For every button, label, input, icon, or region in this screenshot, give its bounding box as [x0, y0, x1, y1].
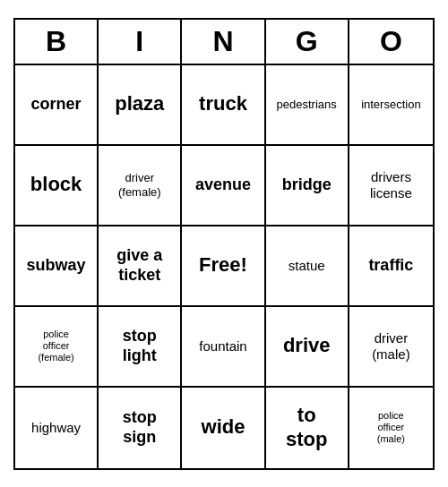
bingo-cell-23: tostop [266, 388, 349, 468]
bingo-cell-24: policeofficer(male) [349, 388, 433, 468]
bingo-cell-text-16: stoplight [123, 327, 157, 365]
bingo-cell-text-23: tostop [286, 404, 327, 451]
header-letter-o: O [349, 20, 433, 64]
header-letter-b: B [15, 20, 99, 64]
bingo-cell-text-18: drive [283, 334, 331, 357]
bingo-cell-1: plaza [99, 65, 182, 146]
bingo-card: BINGO cornerplazatruckpedestriansinterse… [13, 18, 435, 470]
bingo-cell-text-22: wide [202, 415, 246, 439]
header-letter-n: N [182, 20, 265, 64]
bingo-cell-text-24: policeofficer(male) [377, 410, 405, 446]
bingo-cell-text-10: subway [27, 256, 86, 276]
bingo-cell-6: driver(female) [99, 146, 182, 226]
bingo-cell-15: policeofficer(female) [15, 307, 99, 388]
bingo-cell-text-4: intersection [361, 98, 420, 112]
bingo-cell-text-8: bridge [282, 175, 332, 195]
bingo-cell-text-5: block [30, 173, 82, 196]
bingo-cell-0: corner [15, 65, 99, 146]
bingo-cell-text-9: driverslicense [370, 169, 412, 201]
bingo-header: BINGO [15, 20, 433, 65]
bingo-cell-12: Free! [182, 226, 265, 307]
header-letter-i: I [99, 20, 182, 64]
bingo-cell-text-6: driver(female) [118, 171, 161, 199]
bingo-cell-text-17: fountain [199, 338, 246, 355]
bingo-cell-21: stopsign [99, 388, 182, 468]
bingo-cell-text-12: Free! [199, 253, 247, 277]
bingo-cell-3: pedestrians [266, 65, 349, 146]
bingo-cell-text-1: plaza [115, 92, 164, 115]
bingo-cell-14: traffic [349, 226, 433, 307]
bingo-cell-text-2: truck [199, 92, 247, 115]
bingo-cell-text-7: avenue [195, 175, 251, 195]
bingo-cell-20: highway [15, 388, 99, 468]
bingo-cell-13: statue [266, 226, 349, 307]
header-letter-g: G [266, 20, 349, 64]
bingo-cell-16: stoplight [99, 307, 182, 388]
bingo-cell-7: avenue [182, 146, 265, 226]
bingo-cell-8: bridge [266, 146, 349, 226]
bingo-cell-2: truck [182, 65, 265, 146]
bingo-cell-text-14: traffic [368, 256, 413, 276]
bingo-cell-text-11: give aticket [116, 246, 162, 285]
bingo-cell-18: drive [266, 307, 349, 388]
bingo-cell-text-20: highway [31, 420, 81, 436]
bingo-cell-text-3: pedestrians [277, 98, 337, 112]
bingo-cell-text-21: stopsign [123, 408, 157, 447]
bingo-cell-5: block [15, 146, 99, 226]
bingo-cell-11: give aticket [99, 226, 182, 307]
bingo-cell-text-0: corner [31, 95, 82, 115]
bingo-cell-text-15: policeofficer(female) [38, 329, 73, 364]
bingo-grid: cornerplazatruckpedestriansintersectionb… [15, 65, 433, 468]
bingo-cell-17: fountain [182, 307, 265, 388]
bingo-cell-19: driver(male) [349, 307, 433, 388]
bingo-cell-4: intersection [349, 65, 433, 146]
bingo-cell-22: wide [182, 388, 265, 468]
bingo-cell-10: subway [15, 226, 99, 307]
bingo-cell-text-13: statue [289, 258, 325, 274]
bingo-cell-9: driverslicense [349, 146, 433, 226]
bingo-cell-text-19: driver(male) [372, 330, 410, 363]
